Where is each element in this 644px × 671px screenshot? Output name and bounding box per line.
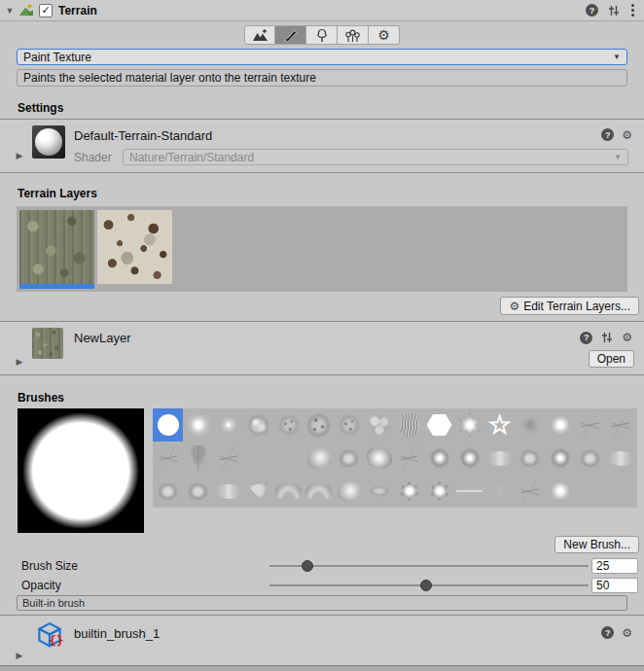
brush-item-37[interactable] bbox=[304, 475, 334, 508]
help-icon[interactable]: ? bbox=[580, 332, 592, 344]
star-gradient-brush-shape bbox=[457, 412, 483, 438]
material-foldout[interactable]: ▶ bbox=[12, 151, 27, 160]
help-icon[interactable]: ? bbox=[601, 128, 614, 141]
brush-size-thumb[interactable] bbox=[302, 560, 313, 572]
brush-item-12[interactable] bbox=[515, 408, 545, 441]
brush-item-23[interactable] bbox=[364, 441, 394, 475]
brush-item-30[interactable] bbox=[575, 441, 605, 475]
help-icon[interactable]: ? bbox=[586, 4, 598, 17]
gear-icon[interactable]: ⚙ bbox=[622, 129, 632, 141]
brush-item-39[interactable] bbox=[364, 475, 394, 508]
component-header: ▼ ✓ Terrain ? bbox=[0, 0, 644, 21]
brush-asset-foldout[interactable]: ▶ bbox=[12, 651, 27, 660]
brush-item-14[interactable] bbox=[575, 408, 605, 441]
brush-item-25[interactable] bbox=[424, 441, 454, 475]
brush-item-36[interactable] bbox=[273, 475, 304, 508]
paint-tool-dropdown[interactable]: Paint Texture ▼ bbox=[17, 49, 627, 65]
help-icon[interactable]: ? bbox=[601, 626, 614, 639]
smudge-brush-shape bbox=[487, 451, 513, 466]
brush-item-6[interactable] bbox=[334, 408, 364, 441]
brush-item-0[interactable] bbox=[153, 408, 183, 441]
brush-item-2[interactable] bbox=[213, 408, 243, 441]
toolbar-tool-paint-details[interactable] bbox=[338, 25, 369, 45]
brush-item-45[interactable] bbox=[545, 475, 575, 508]
presets-icon[interactable] bbox=[600, 331, 614, 344]
brush-item-15[interactable] bbox=[605, 408, 635, 441]
tuft-brush-shape bbox=[338, 448, 360, 469]
tuft-brush-shape bbox=[579, 448, 601, 469]
brush-item-10[interactable] bbox=[454, 408, 484, 441]
edit-terrain-layers-button[interactable]: ⚙ Edit Terrain Layers... bbox=[500, 297, 639, 315]
brush-item-8[interactable] bbox=[394, 408, 424, 441]
toolbar-tool-paint-trees[interactable] bbox=[306, 25, 338, 45]
brush-item-27[interactable] bbox=[484, 441, 515, 475]
layer-foldout[interactable]: ▶ bbox=[12, 357, 27, 367]
brush-item-17[interactable] bbox=[183, 441, 213, 475]
tool-help-box: Paints the selected material layer onto … bbox=[17, 69, 627, 87]
brush-item-9[interactable] bbox=[424, 408, 454, 441]
brush-item-3[interactable] bbox=[243, 408, 273, 441]
gear-icon[interactable]: ⚙ bbox=[622, 332, 632, 343]
brush-item-20[interactable] bbox=[273, 441, 304, 475]
brush-item-26[interactable] bbox=[454, 441, 484, 475]
opacity-slider[interactable] bbox=[269, 578, 589, 593]
tree-brush-shape bbox=[191, 445, 206, 471]
leaf-bold-brush-shape bbox=[367, 447, 392, 469]
brush-item-22[interactable] bbox=[334, 441, 364, 475]
opacity-field[interactable]: 50 bbox=[591, 578, 638, 593]
kebab-menu-icon[interactable] bbox=[629, 3, 636, 18]
brush-item-11[interactable]: ☆ bbox=[484, 408, 515, 441]
gear-icon[interactable]: ⚙ bbox=[622, 627, 632, 639]
brush-item-35[interactable] bbox=[243, 475, 273, 508]
brush-item-42[interactable] bbox=[454, 475, 484, 508]
glow-brush-shape bbox=[186, 412, 211, 438]
brush-item-38[interactable] bbox=[334, 475, 364, 508]
burst-brush-shape bbox=[458, 446, 482, 470]
brush-item-24[interactable] bbox=[394, 441, 424, 475]
brush-asset-name: builtin_brush_1 bbox=[74, 626, 160, 641]
brush-item-40[interactable] bbox=[394, 475, 424, 508]
component-foldout[interactable]: ▼ bbox=[2, 6, 18, 16]
brush-item-4[interactable] bbox=[273, 408, 304, 441]
brush-item-21[interactable] bbox=[304, 441, 334, 475]
brush-size-field[interactable]: 25 bbox=[591, 558, 638, 574]
brush-item-33[interactable] bbox=[183, 475, 213, 508]
brush-item-41[interactable] bbox=[424, 475, 454, 508]
open-layer-button[interactable]: Open bbox=[589, 350, 634, 368]
brush-item-28[interactable] bbox=[515, 441, 545, 475]
opacity-thumb[interactable] bbox=[420, 580, 432, 591]
brush-item-18[interactable] bbox=[213, 441, 243, 475]
burst-bright-brush-shape bbox=[428, 479, 451, 503]
noise-brush-shape bbox=[338, 413, 361, 437]
terrain-layer-grass[interactable] bbox=[19, 210, 94, 284]
terrain-layers-section-label: Terrain Layers bbox=[18, 187, 97, 200]
enabled-checkbox[interactable]: ✓ bbox=[39, 4, 53, 18]
brush-item-7[interactable] bbox=[364, 408, 394, 441]
brush-size-slider[interactable] bbox=[269, 558, 589, 574]
layer-inspector: NewLayer ? ⚙ Open ▶ bbox=[0, 321, 644, 375]
presets-icon[interactable] bbox=[607, 4, 621, 18]
tuft-brush-shape bbox=[187, 481, 209, 502]
brush-item-29[interactable] bbox=[545, 441, 575, 475]
shader-dropdown[interactable]: Nature/Terrain/Standard ▼ bbox=[123, 149, 628, 165]
toolbar-tool-paint-terrain[interactable] bbox=[275, 25, 306, 45]
brushes-section-label: Brushes bbox=[18, 391, 64, 405]
brush-item-31[interactable] bbox=[605, 441, 635, 475]
smudge-brush-shape bbox=[608, 451, 633, 466]
brush-item-5[interactable] bbox=[304, 408, 334, 441]
toolbar-tool-terrain-settings[interactable]: ⚙ bbox=[369, 25, 400, 45]
brush-grid: ☆ bbox=[153, 408, 637, 508]
brush-item-44[interactable] bbox=[515, 475, 545, 508]
toolbar-tool-create-neighbor[interactable] bbox=[244, 25, 275, 45]
brush-item-32[interactable] bbox=[153, 475, 183, 508]
new-brush-button[interactable]: New Brush... bbox=[555, 536, 639, 553]
terrain-layer-speckled-rock[interactable] bbox=[97, 210, 172, 284]
brush-item-16[interactable] bbox=[153, 441, 183, 475]
brush-item-19[interactable] bbox=[243, 441, 273, 475]
brush-item-1[interactable] bbox=[183, 408, 213, 441]
brush-item-13[interactable] bbox=[545, 408, 575, 441]
brush-item-34[interactable] bbox=[213, 475, 243, 508]
layer-thumbnail bbox=[32, 328, 63, 359]
brush-item-43[interactable] bbox=[484, 475, 515, 508]
tuft-brush-shape bbox=[519, 448, 541, 469]
